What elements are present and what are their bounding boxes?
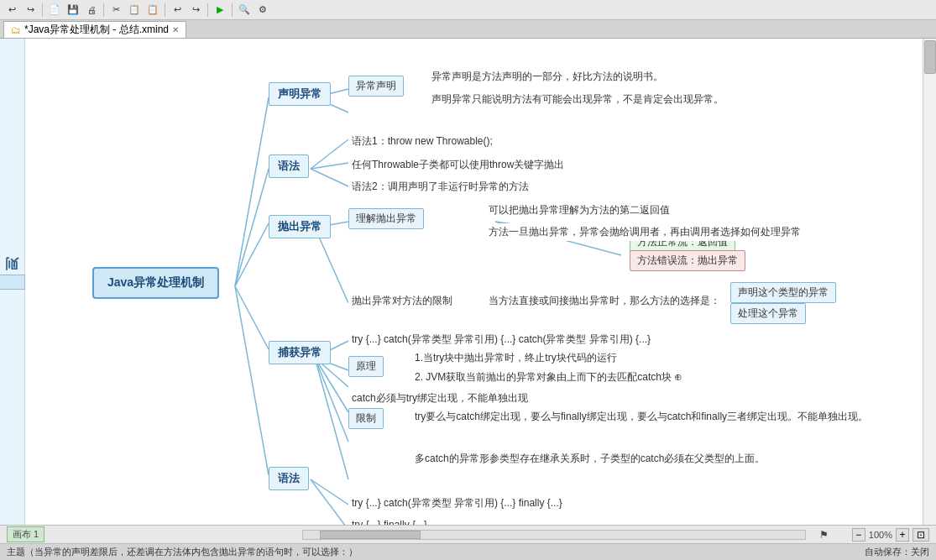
left-label: 则: [0, 275, 25, 290]
canvas-label: 画布 1: [7, 526, 44, 542]
sep-5: [232, 3, 233, 17]
sep-3: [165, 3, 165, 17]
zoom-fit-btn[interactable]: ⊡: [912, 528, 929, 542]
text-syntax-2: 任何Throwable子类都可以使用throw关键字抛出: [348, 156, 567, 174]
svg-line-17: [315, 358, 348, 412]
toolbar-run[interactable]: ▶: [212, 2, 228, 18]
text-throw-2: 方法一旦抛出异常，异常会抛给调用者，再由调用者选择如何处理异常: [485, 223, 804, 241]
left-sidebar: 则: [0, 39, 25, 525]
branch-throw-exception: 抛出异常: [269, 215, 331, 238]
text-throw-1: 可以把抛出异常理解为方法的第二返回值: [485, 201, 673, 219]
toolbar-cut[interactable]: ✂: [107, 2, 124, 18]
toolbar-print[interactable]: 🖨: [83, 2, 100, 18]
mindmap-canvas[interactable]: Java异常处理机制 声明异常 异常声明 异常声明是方法声明的一部分，好比方法的…: [25, 39, 923, 525]
text-throw-limit: 当方法直接或间接抛出异常时，那么方法的选择是：: [485, 292, 724, 310]
svg-line-18: [315, 358, 348, 442]
tab-title: *Java异常处理机制 - 总结.xmind: [24, 23, 169, 37]
node-error-flow: 方法错误流：抛出异常: [630, 250, 745, 271]
branch-declare-exception: 声明异常: [269, 82, 331, 106]
status-bar: 主题（当异常的声明差限后，还差调在方法体内包含抛出异常的语句时，可以选择：） 自…: [0, 543, 936, 560]
svg-line-19: [315, 358, 348, 479]
node-declare-type: 声明这个类型的异常: [730, 282, 836, 303]
svg-line-4: [235, 286, 269, 475]
text-exception-declare-2: 声明异常只能说明方法有可能会出现异常，不是肯定会出现异常。: [428, 91, 727, 108]
toolbar-new[interactable]: 📄: [46, 2, 63, 18]
node-handle-exception: 处理这个异常: [730, 303, 806, 324]
tab-main[interactable]: 🗂 *Java异常处理机制 - 总结.xmind ✕: [3, 21, 186, 38]
zoom-controls: − 100% + ⊡: [852, 528, 929, 542]
toolbar-undo[interactable]: ↩: [169, 2, 186, 18]
toolbar-paste[interactable]: 📋: [144, 2, 161, 18]
right-scrollbar[interactable]: [923, 39, 936, 525]
sep-4: [207, 3, 208, 17]
scrollbar-thumb[interactable]: [924, 40, 936, 74]
toolbar-btn-2[interactable]: ↪: [22, 2, 39, 18]
sep-1: [42, 3, 43, 17]
node-understand-throw: 理解抛出异常: [348, 208, 424, 229]
text-principle-2: 2. JVM获取当前抛出的异常对象由上而下的去匹配catch块 ⊕: [411, 369, 686, 386]
svg-line-2: [235, 223, 269, 286]
toolbar-btn-1[interactable]: ↩: [3, 2, 20, 18]
tab-icon: 🗂: [11, 24, 21, 36]
toolbar-redo[interactable]: ↪: [187, 2, 204, 18]
mindmap-content: Java异常处理机制 声明异常 异常声明 异常声明是方法声明的一部分，好比方法的…: [25, 39, 915, 525]
svg-line-1: [235, 169, 269, 286]
svg-line-9: [311, 169, 348, 186]
svg-line-7: [311, 139, 348, 169]
main-area: 则: [0, 39, 936, 525]
svg-line-11: [315, 228, 348, 303]
text-principle-1: 1.当try块中抛出异常时，终止try块代码的运行: [411, 349, 620, 367]
tab-bar: 🗂 *Java异常处理机制 - 总结.xmind ✕: [0, 20, 936, 39]
toolbar-settings[interactable]: ⚙: [254, 2, 271, 18]
text-catch-rule-1: catch必须与try绑定出现，不能单独出现: [348, 390, 531, 407]
toolbar-save[interactable]: 💾: [65, 2, 81, 18]
node-throw-limit: 抛出异常对方法的限制: [348, 292, 456, 310]
h-scrollbar-thumb[interactable]: [320, 531, 421, 539]
main-toolbar: ↩ ↪ 📄 💾 🖨 ✂ 📋 📋 ↩ ↪ ▶ 🔍 ⚙: [0, 0, 936, 20]
branch-catch-exception: 捕获异常: [269, 341, 331, 364]
toolbar-copy[interactable]: 📋: [126, 2, 143, 18]
text-exception-declare-1: 异常声明是方法声明的一部分，好比方法的说明书。: [428, 68, 667, 86]
branch-syntax-throws: 语法: [269, 154, 309, 178]
bottom-bar: 画布 1 ⚑ − 100% + ⊡: [0, 525, 936, 543]
tab-close-btn[interactable]: ✕: [172, 25, 179, 34]
filter-icon: ⚑: [819, 529, 829, 541]
text-finally-2: try {...} finally {...}: [348, 517, 431, 525]
zoom-in-btn[interactable]: +: [896, 528, 909, 542]
branch-syntax-finally: 语法: [269, 467, 309, 490]
text-syntax-3: 语法2：调用声明了非运行时异常的方法: [348, 178, 532, 196]
auto-save-status: 自动保存：关闭: [865, 546, 929, 558]
svg-line-0: [235, 97, 269, 286]
svg-line-8: [311, 163, 348, 169]
svg-line-3: [235, 286, 269, 349]
zoom-level: 100%: [869, 530, 892, 540]
svg-line-20: [311, 479, 348, 505]
text-catch-syntax: try {...} catch(异常类型 异常引用) {...} catch(异…: [348, 331, 654, 348]
h-scrollbar[interactable]: [302, 530, 806, 540]
node-principle: 原理: [348, 356, 384, 377]
main-node: Java异常处理机制: [92, 267, 219, 299]
node-limit-label: 限制: [348, 408, 384, 429]
text-finally-1: try {...} catch(异常类型 异常引用) {...} finally…: [348, 495, 566, 512]
zoom-out-btn[interactable]: −: [852, 528, 865, 542]
svg-line-21: [311, 479, 348, 525]
node-exception-declare: 异常声明: [348, 76, 404, 97]
sep-2: [103, 3, 104, 17]
text-catch-rule-2: try要么与catch绑定出现，要么与finally绑定出现，要么与catch和…: [411, 408, 871, 426]
status-hint: 主题（当异常的声明差限后，还差调在方法体内包含抛出异常的语句时，可以选择：）: [7, 546, 358, 558]
text-catch-rule-3: 多catch的异常形参类型存在继承关系时，子类型的catch必须在父类型的上面。: [411, 450, 768, 468]
text-syntax-1: 语法1：throw new Throwable();: [348, 133, 496, 150]
toolbar-search[interactable]: 🔍: [236, 2, 253, 18]
